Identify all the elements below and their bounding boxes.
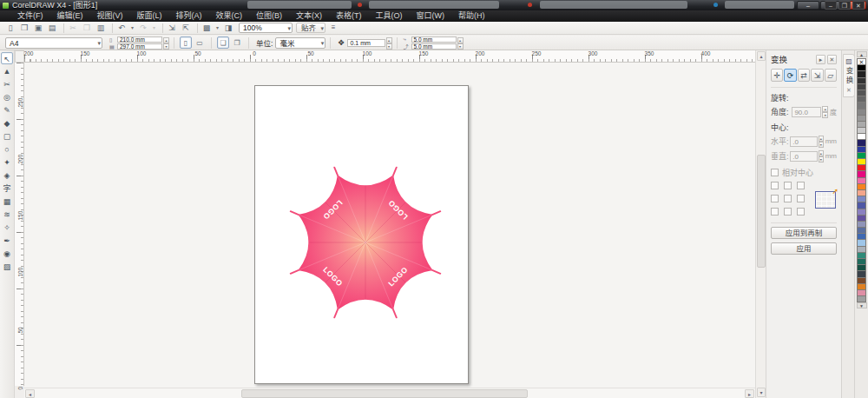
anchor-checkbox[interactable] [784,208,792,216]
skew-mode-button[interactable]: ▱ [825,69,837,82]
freehand-tool[interactable]: ✎ [1,104,13,116]
pick-tool[interactable]: ↖ [1,52,13,64]
minimize-button[interactable]: – [797,1,819,10]
duplicate-y-field[interactable]: 5.0 mm [411,43,457,50]
scroll-right-icon[interactable]: ▸ [745,389,754,398]
rotate-mode-button[interactable]: ⟳ [784,69,796,82]
drawing-canvas[interactable]: LOGO LOGO LOGO LOGO ◂ ▸ [24,63,755,398]
angle-spinner[interactable]: ▴▾ [822,106,828,117]
duplicate-spinner[interactable]: ▴▾ [457,37,464,49]
app-launcher-button[interactable]: ▩ [201,23,213,34]
smart-fill-tool[interactable]: ◆ [1,117,13,129]
menu-item[interactable]: 工具(O) [369,10,410,22]
menu-item[interactable]: 文件(F) [10,10,50,22]
menu-item[interactable]: 窗口(W) [410,10,452,22]
zoom-level-select[interactable]: 100% [239,23,293,33]
all-pages-button[interactable]: ❏ [217,36,229,49]
umbrella-drawing[interactable]: LOGO LOGO LOGO LOGO [283,160,448,325]
docker-tab-transform[interactable]: ▨ 变换 ✕ [843,54,855,97]
anchor-checkbox[interactable] [797,195,805,202]
scroll-down-icon[interactable]: ▾ [757,388,766,397]
document-page[interactable]: LOGO LOGO LOGO LOGO [254,85,469,384]
anchor-checkbox[interactable] [797,208,805,216]
menu-item[interactable]: 帮助(H) [451,10,492,22]
menu-item[interactable]: 文本(X) [289,10,329,22]
units-select[interactable]: 毫米 [275,37,326,49]
menu-item[interactable]: 位图(B) [249,10,289,22]
center-vertical-spinner[interactable]: ▴▾ [819,150,824,162]
vertical-ruler[interactable]: 250200150100500 [15,63,24,386]
doc-minimize-button[interactable]: ‒ [825,1,837,10]
paste-button[interactable]: ▥ [95,23,107,34]
paper-width-field[interactable]: 210.0 mm [117,36,162,43]
launcher-dropdown[interactable]: ▾ [214,23,220,34]
fill-tool[interactable]: ◉ [1,248,13,260]
paper-size-spinner[interactable]: ▴▾ [163,37,169,49]
scroll-left-icon[interactable]: ◂ [25,389,35,398]
angle-field[interactable]: 90.0 [792,107,821,117]
table-tool[interactable]: ▦ [1,196,13,208]
interactive-blend-tool[interactable]: ≋ [1,209,13,221]
paper-height-field[interactable]: 297.0 mm [117,43,162,50]
vertical-scroll-thumb[interactable] [757,155,766,268]
anchor-checkbox[interactable] [784,195,792,202]
print-button[interactable]: ▤ [46,23,58,34]
anchor-checkbox[interactable] [771,182,779,189]
size-mode-button[interactable]: ⇲ [811,69,823,82]
separator[interactable] [109,23,113,33]
import-button[interactable]: ⇲ [166,23,178,34]
export-button[interactable]: ⇱ [180,23,192,34]
docker-flyout-icon[interactable]: ▸ [816,55,825,64]
copy-button[interactable]: ❐ [81,23,93,34]
portrait-button[interactable]: ▯ [180,36,192,49]
shape-tool[interactable]: ▲ [1,65,13,77]
apply-button[interactable]: 应用 [771,242,837,255]
doc-restore-button[interactable]: ❐ [838,1,851,10]
new-button[interactable]: ▯ [4,23,16,34]
nudge-spinner[interactable]: ▴▾ [386,37,392,49]
undo-dropdown[interactable]: ▾ [129,23,135,34]
relative-center-checkbox[interactable] [771,169,779,176]
eyedropper-tool[interactable]: ✧ [1,222,13,234]
horizontal-scrollbar[interactable]: ◂ ▸ [24,388,755,398]
docker-close-icon[interactable]: ✕ [827,55,837,64]
menu-item[interactable]: 版面(L) [130,10,169,22]
menu-item[interactable]: 效果(C) [209,10,250,22]
horizontal-ruler[interactable]: 20015010050050100150200250300350400 [24,50,755,63]
separator[interactable] [160,23,163,33]
position-mode-button[interactable]: ✛ [771,69,783,82]
scale-mirror-mode-button[interactable]: ⇄ [798,69,810,82]
doc-close-button[interactable]: ✕ [852,1,865,10]
polygon-tool[interactable]: ✦ [1,156,13,169]
current-page-button[interactable]: ❐ [231,36,243,49]
save-button[interactable]: ▣ [32,23,44,34]
duplicate-x-field[interactable]: 5.0 mm [411,36,457,43]
anchor-checkbox[interactable] [771,208,779,216]
center-horizontal-spinner[interactable]: ▴▾ [819,136,824,147]
snap-to-button[interactable]: 贴齐 [296,23,326,33]
separator[interactable] [61,23,64,33]
options-icon[interactable]: ≡ [328,23,339,33]
landscape-button[interactable]: ▭ [194,36,206,49]
cut-button[interactable]: ✂ [67,23,79,34]
menu-item[interactable]: 编辑(E) [50,10,90,22]
apply-to-duplicate-button[interactable]: 应用到再制 [771,227,837,239]
tab-close-icon[interactable]: ✕ [846,87,852,94]
anchor-checkbox[interactable] [771,195,779,202]
paper-size-select[interactable]: A4 [5,37,102,49]
palette-swatch[interactable] [857,295,866,302]
menu-item[interactable]: 排列(A) [169,10,209,22]
nudge-offset-field[interactable]: 0.1 mm [347,39,385,47]
text-tool[interactable]: 字 [1,182,13,195]
redo-button[interactable]: ↷ [137,23,149,34]
horizontal-scroll-thumb[interactable] [241,389,528,398]
redo-dropdown[interactable]: ▾ [151,23,157,34]
palette-scroll-up-icon[interactable]: ▲ [857,51,867,57]
basic-shapes-tool[interactable]: ◈ [1,169,13,182]
rectangle-tool[interactable]: ▢ [1,130,13,143]
center-vertical-field[interactable]: .0 [790,151,817,162]
zoom-tool[interactable]: ◎ [1,91,13,103]
ruler-corner[interactable] [15,50,24,63]
scroll-up-icon[interactable]: ▴ [757,51,766,61]
outline-tool[interactable]: ✒ [1,235,13,247]
